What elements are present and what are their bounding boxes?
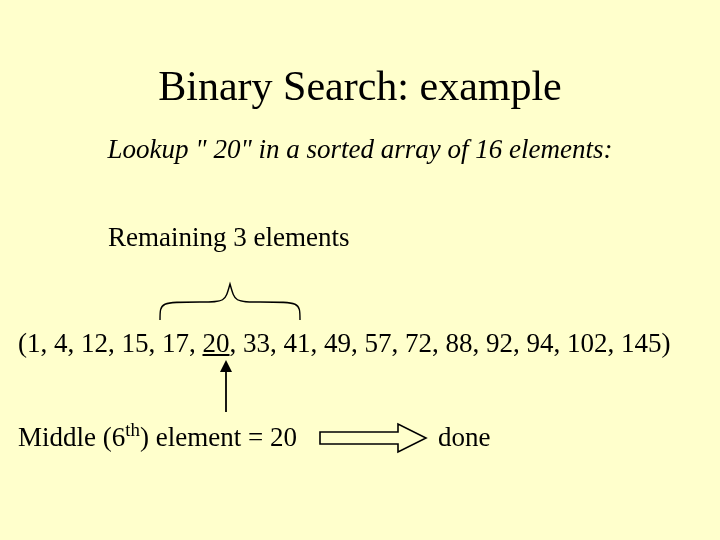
array-el-9: 57 — [365, 328, 392, 358]
done-label: done — [438, 422, 490, 453]
array-sep: , — [68, 328, 82, 358]
array-el-12: 92 — [486, 328, 513, 358]
array-el-0: 1 — [27, 328, 41, 358]
array-el-4: 17 — [162, 328, 189, 358]
array-display: (1, 4, 12, 15, 17, 20, 33, 41, 49, 57, 7… — [18, 328, 671, 359]
brace-annotation — [150, 272, 310, 322]
array-el-14: 102 — [567, 328, 608, 358]
array-sep: , — [513, 328, 527, 358]
array-sep: , — [311, 328, 325, 358]
array-el-3: 15 — [122, 328, 149, 358]
array-el-5: 20 — [203, 328, 230, 358]
array-sep: , — [189, 328, 203, 358]
right-block-arrow-icon — [320, 424, 430, 452]
array-sep: , — [270, 328, 284, 358]
array-sep: , — [432, 328, 446, 358]
array-sep: , — [41, 328, 55, 358]
array-el-10: 72 — [405, 328, 432, 358]
svg-marker-2 — [320, 424, 426, 452]
array-open: ( — [18, 328, 27, 358]
array-el-7: 41 — [284, 328, 311, 358]
array-el-8: 49 — [324, 328, 351, 358]
array-el-2: 12 — [81, 328, 108, 358]
array-el-13: 94 — [527, 328, 554, 358]
middle-element-label: Middle (6th) element = 20 — [18, 422, 297, 453]
slide-title: Binary Search: example — [0, 62, 720, 110]
middle-prefix: Middle (6 — [18, 422, 125, 452]
middle-suffix: ) element = 20 — [140, 422, 297, 452]
array-close: ) — [662, 328, 671, 358]
array-sep: , — [473, 328, 487, 358]
array-sep: , — [108, 328, 122, 358]
svg-marker-1 — [220, 360, 232, 372]
array-el-1: 4 — [54, 328, 68, 358]
remaining-label: Remaining 3 elements — [108, 222, 349, 253]
up-arrow-icon — [216, 360, 236, 415]
array-el-15: 145 — [621, 328, 662, 358]
array-sep: , — [149, 328, 163, 358]
array-sep: , — [351, 328, 365, 358]
array-sep: , — [608, 328, 622, 358]
array-sep: , — [554, 328, 568, 358]
array-el-6: 33 — [243, 328, 270, 358]
array-sep: , — [230, 328, 244, 358]
middle-super: th — [125, 419, 140, 440]
array-el-11: 88 — [446, 328, 473, 358]
array-sep: , — [392, 328, 406, 358]
slide: Binary Search: example Lookup " 20" in a… — [0, 0, 720, 540]
slide-subtitle: Lookup " 20" in a sorted array of 16 ele… — [0, 134, 720, 165]
